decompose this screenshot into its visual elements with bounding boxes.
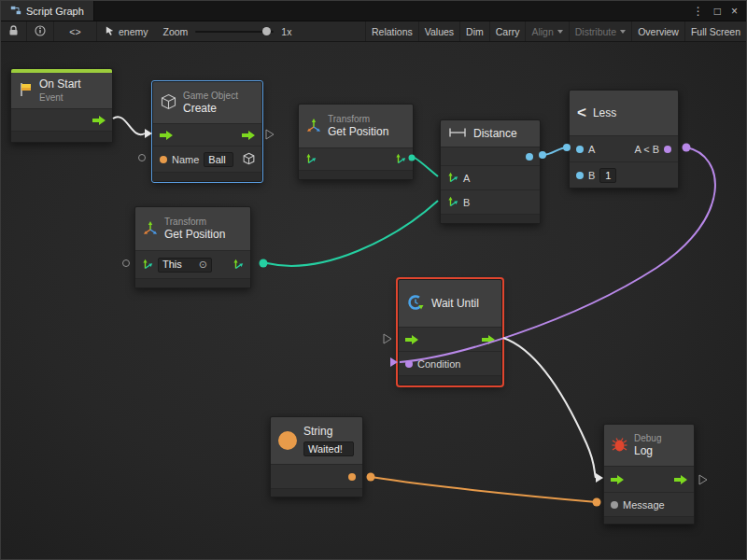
tab-title: Script Graph bbox=[26, 6, 84, 17]
window-controls: ⋮ □ × bbox=[693, 6, 746, 17]
string-field[interactable]: Waited! bbox=[303, 441, 354, 456]
close-icon[interactable]: × bbox=[731, 6, 738, 17]
lock-icon bbox=[8, 25, 19, 38]
name-field[interactable]: Ball bbox=[204, 152, 233, 167]
lock-button[interactable] bbox=[1, 21, 27, 41]
node-header: Transform Get Position bbox=[135, 207, 250, 250]
dropdown-caret-icon bbox=[620, 30, 626, 34]
ruler-icon bbox=[448, 127, 467, 140]
node-title: Wait Until bbox=[431, 297, 479, 310]
wire-vector-getpos2-distanceB bbox=[267, 201, 438, 266]
maximize-icon[interactable]: □ bbox=[714, 6, 721, 17]
flow-output-port[interactable] bbox=[92, 116, 106, 125]
transform-input-port[interactable] bbox=[305, 153, 317, 166]
a-label: A bbox=[588, 144, 595, 155]
code-icon: <> bbox=[69, 26, 80, 37]
position-output-port[interactable] bbox=[395, 153, 406, 166]
flow-input-port[interactable] bbox=[611, 475, 624, 484]
vector-icon bbox=[447, 196, 458, 209]
wait-clock-icon bbox=[406, 293, 425, 314]
node-title: Distance bbox=[473, 127, 517, 140]
node-title: Log bbox=[634, 444, 661, 459]
name-input-port[interactable] bbox=[160, 156, 167, 163]
port-row bbox=[299, 147, 413, 170]
graph-target[interactable]: enemy bbox=[97, 21, 156, 41]
node-wait-until[interactable]: Wait Until Condition bbox=[398, 279, 502, 385]
b-port-row: B bbox=[441, 189, 540, 214]
menu-icon[interactable]: ⋮ bbox=[693, 6, 704, 17]
node-distance[interactable]: Distance A B bbox=[440, 119, 541, 224]
fullscreen-button[interactable]: Full Screen bbox=[684, 21, 746, 41]
graph-toolbar: <> enemy Zoom 1x Relations Values Dim Ca… bbox=[1, 21, 746, 42]
b-label: B bbox=[463, 197, 470, 208]
b-field[interactable]: 1 bbox=[599, 168, 616, 183]
node-header: Game Object Create bbox=[153, 82, 261, 123]
node-category: Game Object bbox=[183, 90, 238, 102]
node-footer bbox=[271, 488, 362, 497]
node-footer bbox=[299, 170, 413, 179]
graph-canvas[interactable]: On Start Event Game Object Create bbox=[1, 42, 746, 559]
node-title: Get Position bbox=[164, 228, 225, 243]
toolbar-button-cluster: Relations Values Dim Carry Align Distrib… bbox=[365, 21, 746, 41]
condition-port-row: Condition bbox=[399, 351, 501, 375]
carry-button[interactable]: Carry bbox=[489, 21, 526, 41]
values-button[interactable]: Values bbox=[418, 21, 459, 41]
node-less[interactable]: < Less A A < B B 1 bbox=[569, 90, 679, 189]
string-output-port[interactable] bbox=[348, 473, 356, 481]
message-port-row: Message bbox=[604, 492, 694, 516]
code-view-button[interactable]: <> bbox=[54, 21, 97, 41]
flow-output-port[interactable] bbox=[674, 475, 687, 484]
transform-input-port[interactable] bbox=[142, 259, 153, 272]
target-field[interactable]: This ⊙ bbox=[158, 258, 212, 273]
info-button[interactable] bbox=[27, 21, 54, 41]
zoom-slider-knob[interactable] bbox=[262, 27, 271, 35]
unconnected-value-input-hint bbox=[139, 155, 146, 161]
tab-bar: Script Graph ⋮ □ × bbox=[1, 1, 746, 21]
gameobject-output-port[interactable] bbox=[243, 152, 255, 167]
condition-input-port[interactable] bbox=[405, 360, 413, 368]
zoom-slider[interactable] bbox=[195, 31, 274, 33]
message-input-port[interactable] bbox=[611, 501, 618, 509]
node-header: Distance bbox=[441, 120, 540, 147]
wire-flow-onstart-create bbox=[113, 117, 145, 134]
wire-arrowhead bbox=[145, 129, 152, 138]
wire-arrowhead bbox=[390, 357, 398, 367]
result-output-port[interactable] bbox=[664, 146, 671, 153]
node-create-gameobject[interactable]: Game Object Create Name Ball bbox=[152, 81, 262, 182]
dim-button[interactable]: Dim bbox=[459, 21, 489, 41]
object-picker-icon[interactable]: ⊙ bbox=[199, 259, 207, 270]
node-string-literal[interactable]: String Waited! bbox=[270, 416, 363, 497]
flow-input-port[interactable] bbox=[160, 131, 173, 140]
distance-output-port[interactable] bbox=[526, 153, 533, 161]
node-on-start-event[interactable]: On Start Event bbox=[10, 68, 113, 143]
node-debug-log[interactable]: Debug Log Message bbox=[603, 424, 695, 525]
node-get-position-top[interactable]: Transform Get Position bbox=[298, 104, 414, 180]
node-footer bbox=[399, 375, 501, 385]
a-port-row: A A < B bbox=[570, 135, 678, 161]
a-label: A bbox=[463, 173, 470, 184]
tab-script-graph[interactable]: Script Graph bbox=[1, 1, 94, 21]
node-category: Transform bbox=[328, 113, 388, 125]
position-output-port[interactable] bbox=[233, 259, 244, 272]
bug-icon bbox=[612, 438, 627, 454]
node-get-position-bottom[interactable]: Transform Get Position This ⊙ bbox=[134, 206, 251, 288]
align-dropdown[interactable]: Align bbox=[525, 21, 568, 41]
flow-input-port[interactable] bbox=[405, 335, 418, 344]
node-footer bbox=[135, 278, 250, 287]
node-category: Debug bbox=[634, 432, 661, 444]
flow-output-port[interactable] bbox=[482, 335, 495, 344]
flow-port-row bbox=[399, 327, 501, 351]
wire-endpoint bbox=[260, 259, 268, 268]
a-port-row: A bbox=[441, 165, 540, 189]
a-input-port[interactable] bbox=[576, 146, 584, 153]
relations-button[interactable]: Relations bbox=[365, 21, 418, 41]
wire-vector-getpos1-distanceA bbox=[415, 158, 438, 176]
node-footer bbox=[441, 214, 540, 223]
overview-button[interactable]: Overview bbox=[631, 21, 684, 41]
distribute-dropdown[interactable]: Distribute bbox=[569, 21, 631, 41]
wire-endpoint bbox=[683, 144, 691, 152]
unconnected-flow-output-hint bbox=[266, 130, 274, 139]
flow-output-port[interactable] bbox=[242, 131, 255, 140]
node-title: String bbox=[303, 425, 354, 440]
b-input-port[interactable] bbox=[576, 172, 584, 179]
